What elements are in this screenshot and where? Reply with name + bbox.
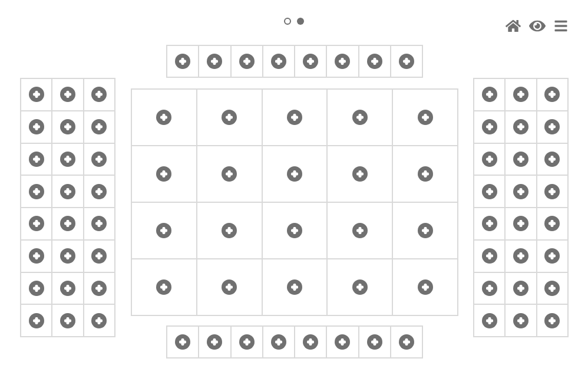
grid-right-cell[interactable] xyxy=(474,111,505,143)
grid-left-cell[interactable] xyxy=(21,240,52,272)
plus-circle-icon xyxy=(60,313,75,328)
grid-top-cell[interactable] xyxy=(199,45,230,77)
page-dot-1[interactable] xyxy=(284,18,291,25)
plus-circle-icon xyxy=(418,110,433,125)
grid-top-cell[interactable] xyxy=(263,45,295,77)
grid-center-cell[interactable] xyxy=(262,202,328,259)
grid-center-cell[interactable] xyxy=(131,146,197,202)
grid-left-cell[interactable] xyxy=(21,143,52,176)
grid-center-cell[interactable] xyxy=(262,89,328,146)
grid-bottom-cell[interactable] xyxy=(326,326,358,358)
grid-center-cell[interactable] xyxy=(262,146,328,202)
page-dot-2[interactable] xyxy=(297,18,304,25)
grid-top-cell[interactable] xyxy=(326,45,358,77)
grid-center-cell[interactable] xyxy=(392,202,458,259)
grid-right xyxy=(473,78,569,337)
grid-top-cell[interactable] xyxy=(359,45,391,77)
plus-circle-icon xyxy=(513,281,528,296)
plus-circle-icon xyxy=(175,54,190,69)
grid-bottom-cell[interactable] xyxy=(295,326,326,358)
grid-right-cell[interactable] xyxy=(505,111,536,143)
grid-left-cell[interactable] xyxy=(52,240,83,272)
grid-center-cell[interactable] xyxy=(392,259,458,315)
grid-right-cell[interactable] xyxy=(505,175,536,208)
grid-right-cell[interactable] xyxy=(505,78,536,111)
grid-top-cell[interactable] xyxy=(167,45,199,77)
grid-center-cell[interactable] xyxy=(131,259,197,315)
grid-center-cell[interactable] xyxy=(327,146,392,202)
grid-left-cell[interactable] xyxy=(84,111,115,143)
grid-bottom-cell[interactable] xyxy=(199,326,230,358)
grid-left-cell[interactable] xyxy=(21,272,52,305)
grid-left-cell[interactable] xyxy=(52,78,83,111)
grid-center-cell[interactable] xyxy=(131,202,197,259)
grid-right-cell[interactable] xyxy=(474,78,505,111)
grid-right-cell[interactable] xyxy=(474,304,505,337)
grid-right-cell[interactable] xyxy=(537,208,568,240)
grid-left-cell[interactable] xyxy=(84,208,115,240)
eye-icon[interactable] xyxy=(529,18,546,37)
grid-right-cell[interactable] xyxy=(474,272,505,305)
grid-left-cell[interactable] xyxy=(21,78,52,111)
grid-left-cell[interactable] xyxy=(52,175,83,208)
grid-left-cell[interactable] xyxy=(21,175,52,208)
grid-center-cell[interactable] xyxy=(327,259,392,315)
grid-left-cell[interactable] xyxy=(52,208,83,240)
grid-right-cell[interactable] xyxy=(505,304,536,337)
grid-top-cell[interactable] xyxy=(295,45,326,77)
grid-left-cell[interactable] xyxy=(52,143,83,176)
grid-center-cell[interactable] xyxy=(392,146,458,202)
grid-right-cell[interactable] xyxy=(537,78,568,111)
grid-center-cell[interactable] xyxy=(392,89,458,146)
grid-bottom-cell[interactable] xyxy=(391,326,422,358)
bars-icon[interactable] xyxy=(554,19,568,35)
grid-left-cell[interactable] xyxy=(21,111,52,143)
grid-right-cell[interactable] xyxy=(537,272,568,305)
grid-center-cell[interactable] xyxy=(197,259,262,315)
grid-left-cell[interactable] xyxy=(84,240,115,272)
grid-right-cell[interactable] xyxy=(505,208,536,240)
grid-left-cell[interactable] xyxy=(84,143,115,176)
grid-left-cell[interactable] xyxy=(84,272,115,305)
grid-top-cell[interactable] xyxy=(231,45,263,77)
grid-top-cell[interactable] xyxy=(391,45,422,77)
grid-left-cell[interactable] xyxy=(52,272,83,305)
grid-right-cell[interactable] xyxy=(505,272,536,305)
grid-right-cell[interactable] xyxy=(537,240,568,272)
grid-right-cell[interactable] xyxy=(474,240,505,272)
grid-right-cell[interactable] xyxy=(537,304,568,337)
plus-circle-icon xyxy=(29,313,44,328)
home-icon[interactable] xyxy=(506,18,521,36)
grid-center-cell[interactable] xyxy=(131,89,197,146)
grid-center-cell[interactable] xyxy=(197,202,262,259)
plus-circle-icon xyxy=(544,281,560,296)
grid-center-cell[interactable] xyxy=(197,89,262,146)
grid-right-cell[interactable] xyxy=(505,240,536,272)
grid-right-cell[interactable] xyxy=(537,111,568,143)
grid-center-cell[interactable] xyxy=(327,202,392,259)
grid-right-cell[interactable] xyxy=(474,143,505,176)
grid-left-cell[interactable] xyxy=(21,208,52,240)
grid-center-cell[interactable] xyxy=(262,259,328,315)
grid-left-cell[interactable] xyxy=(84,304,115,337)
grid-bottom-cell[interactable] xyxy=(359,326,391,358)
grid-right-cell[interactable] xyxy=(505,143,536,176)
grid-left-cell[interactable] xyxy=(84,175,115,208)
grid-center-cell[interactable] xyxy=(197,146,262,202)
grid-right-cell[interactable] xyxy=(537,175,568,208)
grid-left-cell[interactable] xyxy=(21,304,52,337)
plus-circle-icon xyxy=(287,279,302,295)
plus-circle-icon xyxy=(239,334,255,350)
grid-bottom-cell[interactable] xyxy=(231,326,263,358)
grid-left-cell[interactable] xyxy=(52,111,83,143)
plus-circle-icon xyxy=(222,279,237,295)
grid-right-cell[interactable] xyxy=(474,175,505,208)
grid-left-cell[interactable] xyxy=(84,78,115,111)
grid-right-cell[interactable] xyxy=(537,143,568,176)
grid-bottom-cell[interactable] xyxy=(263,326,295,358)
grid-bottom-cell[interactable] xyxy=(167,326,199,358)
plus-circle-icon xyxy=(352,166,368,182)
grid-right-cell[interactable] xyxy=(474,208,505,240)
grid-center-cell[interactable] xyxy=(327,89,392,146)
grid-left-cell[interactable] xyxy=(52,304,83,337)
